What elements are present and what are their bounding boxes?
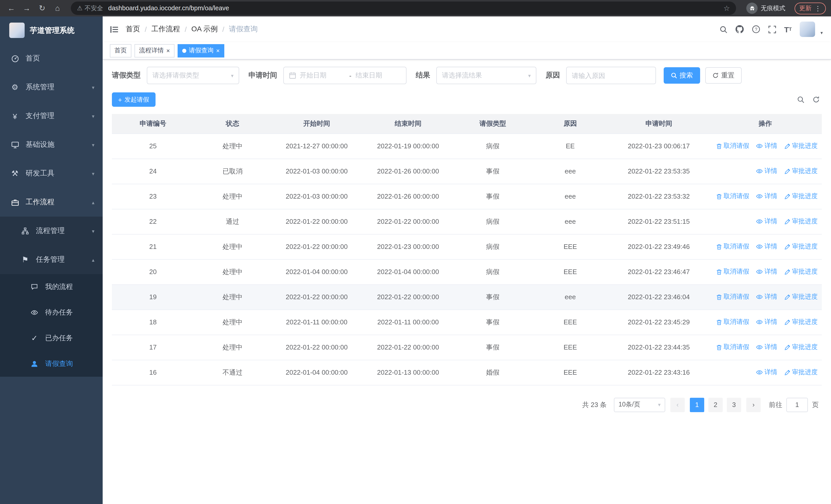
cell-apply-id: 17 xyxy=(112,335,194,360)
detail-link[interactable]: 详情 xyxy=(756,267,777,276)
goto-page-input[interactable] xyxy=(786,397,808,412)
approval-progress-link[interactable]: 审批进度 xyxy=(784,318,818,326)
cell-leave-type: 病假 xyxy=(454,209,532,234)
sidebar-item-home[interactable]: 首页 xyxy=(0,44,103,73)
bookmark-star-icon[interactable]: ☆ xyxy=(723,4,730,12)
approval-progress-link[interactable]: 审批进度 xyxy=(784,217,818,226)
detail-link[interactable]: 详情 xyxy=(756,242,777,251)
reset-button[interactable]: 重置 xyxy=(705,67,742,84)
approval-progress-link[interactable]: 审批进度 xyxy=(784,267,818,276)
approval-progress-link[interactable]: 审批进度 xyxy=(784,142,818,150)
back-icon[interactable]: ← xyxy=(5,2,18,14)
column-header: 状态 xyxy=(194,114,271,134)
sidebar-item-devtools[interactable]: ⚒ 研发工具 ▾ xyxy=(0,159,103,188)
page-button[interactable]: 1 xyxy=(690,397,704,412)
cancel-leave-link[interactable]: 取消请假 xyxy=(716,293,749,301)
search-icon[interactable] xyxy=(720,25,727,33)
reason-input[interactable] xyxy=(572,71,650,79)
breadcrumb-item[interactable]: 首页/ xyxy=(126,25,151,34)
github-icon[interactable] xyxy=(736,25,744,33)
detail-link[interactable]: 详情 xyxy=(756,292,777,301)
sidebar-item-payment[interactable]: ¥ 支付管理 ▾ xyxy=(0,101,103,130)
sidebar-item-system[interactable]: ⚙ 系统管理 ▾ xyxy=(0,73,103,101)
browser-menu[interactable]: 更新 ⋮ xyxy=(795,2,826,14)
tab[interactable]: 首页 xyxy=(110,44,132,57)
prev-page-button[interactable]: ‹ xyxy=(670,397,685,412)
close-icon[interactable]: × xyxy=(216,48,220,54)
approval-progress-link[interactable]: 审批进度 xyxy=(784,242,818,251)
sidebar-item-my-process[interactable]: 我的流程 xyxy=(0,274,103,300)
table-row: 18 处理中 2022-01-11 00:00:00 2022-01-11 00… xyxy=(112,309,822,335)
cancel-leave-link[interactable]: 取消请假 xyxy=(716,343,749,352)
cancel-leave-link[interactable]: 取消请假 xyxy=(716,192,749,201)
date-range-picker[interactable]: 开始日期 - 结束日期 xyxy=(283,67,406,84)
tools-icon: ⚒ xyxy=(10,169,20,178)
approval-progress-link[interactable]: 审批进度 xyxy=(784,293,818,301)
breadcrumb-item[interactable]: 请假查询/ xyxy=(229,25,258,34)
page-button[interactable]: 2 xyxy=(708,397,723,412)
tab[interactable]: 请假查询 × xyxy=(178,44,224,57)
approval-progress-link[interactable]: 审批进度 xyxy=(784,343,818,352)
detail-link[interactable]: 详情 xyxy=(756,167,777,175)
close-icon[interactable]: × xyxy=(166,48,170,54)
result-select[interactable]: 请选择流结果 ▾ xyxy=(436,67,536,84)
help-icon[interactable]: ? xyxy=(752,25,760,33)
detail-link[interactable]: 详情 xyxy=(756,368,777,377)
home-icon[interactable]: ⌂ xyxy=(51,2,64,14)
leave-type-select[interactable]: 请选择请假类型 ▾ xyxy=(147,67,239,84)
cancel-leave-link[interactable]: 取消请假 xyxy=(716,267,749,276)
reload-icon[interactable]: ↻ xyxy=(36,2,48,14)
cell-end-time: 2022-01-13 00:00:00 xyxy=(362,360,454,385)
apply-time-label: 申请时间 xyxy=(249,71,277,80)
breadcrumb: 首页/ 工作流程/ OA 示例/ 请假查询/ xyxy=(126,25,258,34)
toggle-search-icon[interactable] xyxy=(797,96,804,103)
sidebar-item-process-mgmt[interactable]: 流程管理 ▾ xyxy=(0,216,103,245)
forward-icon[interactable]: → xyxy=(21,2,33,14)
sidebar-item-leave-query[interactable]: 请假查询 xyxy=(0,351,103,377)
sidebar-item-infrastructure[interactable]: 基础设施 ▾ xyxy=(0,130,103,159)
cancel-leave-link[interactable]: 取消请假 xyxy=(716,318,749,326)
user-avatar[interactable] xyxy=(800,22,815,37)
approval-progress-link[interactable]: 审批进度 xyxy=(784,192,818,201)
address-bar[interactable]: ⚠ 不安全 dashboard.yudao.iocoder.cn/bpm/oa/… xyxy=(71,2,736,15)
next-page-button[interactable]: › xyxy=(746,397,761,412)
cell-start-time: 2022-01-03 00:00:00 xyxy=(271,184,362,209)
detail-link[interactable]: 详情 xyxy=(756,318,777,326)
security-warning-label[interactable]: 不安全 xyxy=(85,4,103,12)
eye-icon xyxy=(30,309,39,316)
cancel-leave-link[interactable]: 取消请假 xyxy=(716,142,749,150)
update-label[interactable]: 更新 xyxy=(799,4,811,12)
fullscreen-icon[interactable] xyxy=(768,25,776,33)
kebab-menu-icon[interactable]: ⋮ xyxy=(814,4,821,12)
page-size-select[interactable]: 10条/页 ▾ xyxy=(614,397,665,412)
breadcrumb-item[interactable]: 工作流程/ xyxy=(151,25,192,34)
breadcrumb-item[interactable]: OA 示例/ xyxy=(192,25,229,34)
detail-link[interactable]: 详情 xyxy=(756,217,777,226)
cell-end-time: 2022-01-22 00:00:00 xyxy=(362,284,454,309)
url-text[interactable]: dashboard.yudao.iocoder.cn/bpm/oa/leave xyxy=(108,5,229,12)
create-leave-button[interactable]: + 发起请假 xyxy=(112,92,155,107)
refresh-table-icon[interactable] xyxy=(812,96,820,103)
hamburger-icon[interactable] xyxy=(110,25,119,34)
cell-apply-id: 19 xyxy=(112,284,194,309)
sidebar-item-task-mgmt[interactable]: ⚑ 任务管理 ▴ xyxy=(0,245,103,274)
detail-link[interactable]: 详情 xyxy=(756,141,777,150)
cell-apply-time: 2022-01-22 23:44:35 xyxy=(609,335,709,360)
approval-progress-link[interactable]: 审批进度 xyxy=(784,167,818,176)
search-button[interactable]: 搜索 xyxy=(664,67,700,84)
column-header: 开始时间 xyxy=(271,114,362,134)
page-button[interactable]: 3 xyxy=(727,397,741,412)
cancel-leave-link[interactable]: 取消请假 xyxy=(716,242,749,251)
sidebar-item-todo-tasks[interactable]: 待办任务 xyxy=(0,300,103,325)
sidebar-item-done-tasks[interactable]: ✓ 已办任务 xyxy=(0,325,103,351)
cell-start-time: 2022-01-22 00:00:00 xyxy=(271,234,362,259)
tab[interactable]: 流程详情 × xyxy=(135,44,174,57)
sidebar-item-workflow[interactable]: 工作流程 ▴ xyxy=(0,188,103,216)
detail-link[interactable]: 详情 xyxy=(756,192,777,200)
approval-progress-link[interactable]: 审批进度 xyxy=(784,368,818,377)
chevron-down-icon: ▾ xyxy=(231,72,233,78)
user-caret-icon[interactable]: ▾ xyxy=(821,30,823,37)
detail-link[interactable]: 详情 xyxy=(756,343,777,351)
font-size-icon[interactable]: TT xyxy=(784,25,792,34)
calendar-icon xyxy=(289,72,296,79)
